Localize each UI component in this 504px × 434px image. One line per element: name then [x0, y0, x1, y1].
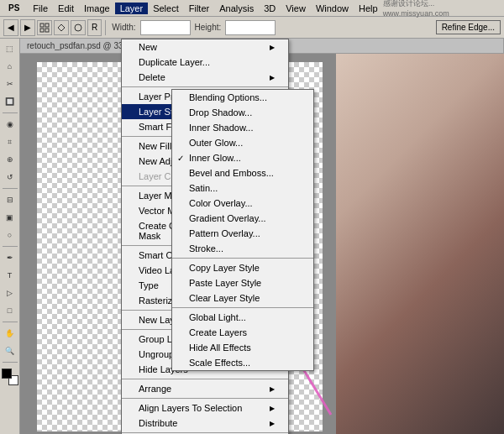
submenu-sep2	[172, 307, 313, 308]
tool-brush[interactable]: ⌗	[2, 133, 18, 150]
menu-file[interactable]: File	[28, 3, 53, 14]
menu-analysis[interactable]: Analysis	[214, 3, 259, 14]
menu-3d[interactable]: 3D	[259, 3, 281, 14]
submenu-stroke[interactable]: Stroke...	[172, 241, 313, 256]
submenu-inner-glow[interactable]: ✓ Inner Glow...	[172, 150, 313, 165]
tool-eyedrop[interactable]: 🔲	[2, 93, 18, 110]
submenu-outer-glow-label: Outer Glow...	[189, 138, 243, 148]
submenu-drop-shadow[interactable]: Drop Shadow...	[172, 105, 313, 120]
menu-item-duplicate[interactable]: Duplicate Layer...	[122, 55, 288, 70]
menu-image[interactable]: Image	[79, 3, 115, 14]
toolbar-icon1	[37, 20, 52, 35]
menu-item-distribute-label: Distribute	[139, 418, 177, 428]
toolbar-back-btn[interactable]: ◀	[3, 19, 18, 36]
submenu-inner-shadow[interactable]: Inner Shadow...	[172, 120, 313, 135]
toolbar-r-btn[interactable]: R	[87, 19, 102, 36]
menu-item-arrange[interactable]: Arrange	[122, 381, 288, 396]
submenu-sep1	[172, 258, 313, 259]
inner-glow-check: ✓	[177, 154, 184, 163]
submenu-global-light[interactable]: Global Light...	[172, 310, 313, 325]
menu-item-align-label: Align Layers To Selection	[139, 403, 242, 413]
tool-path[interactable]: ▷	[2, 285, 18, 301]
menu-sep9	[122, 432, 288, 433]
submenu-hide-effects[interactable]: Hide All Effects	[172, 340, 313, 355]
app-logo: PS	[3, 3, 24, 13]
menu-view[interactable]: View	[281, 3, 311, 14]
foreground-color[interactable]	[2, 369, 12, 379]
menu-window[interactable]: Window	[311, 3, 354, 14]
tool-sep4	[3, 322, 18, 322]
submenu-clear-style[interactable]: Clear Layer Style	[172, 290, 313, 306]
submenu-outer-glow[interactable]: Outer Glow...	[172, 135, 313, 150]
submenu-copy-style[interactable]: Copy Layer Style	[172, 260, 313, 275]
tool-shape[interactable]: □	[2, 302, 18, 319]
menu-layer[interactable]: Layer	[115, 3, 149, 14]
canvas-area: retouch_psdfan.psd @ 33.3% (Layer 1, RGB…	[20, 39, 504, 434]
tool-history[interactable]: ↺	[2, 169, 18, 186]
main-layout: ⬚ ⌂ ✂ 🔲 ◉ ⌗ ⊕ ↺ ⊟ ▣ ○ ✒ T ▷ □ ✋ 🔍 retouc…	[0, 39, 504, 434]
submenu-scale-effects[interactable]: Scale Effects...	[172, 355, 313, 370]
menu-item-new[interactable]: New	[122, 39, 288, 55]
menu-item-type-label: Type	[139, 280, 159, 290]
menu-bar: PS File Edit Image Layer Select Filter A…	[0, 0, 504, 17]
tool-pen[interactable]: ✒	[2, 249, 18, 266]
tool-marquee[interactable]: ⬚	[2, 40, 18, 57]
tool-hand[interactable]: ✋	[2, 325, 18, 342]
submenu-clear-style-label: Clear Layer Style	[189, 293, 260, 303]
toolbar-icon3	[71, 20, 86, 35]
submenu-blending-label: Blending Options...	[189, 92, 267, 102]
tool-panel: ⬚ ⌂ ✂ 🔲 ◉ ⌗ ⊕ ↺ ⊟ ▣ ○ ✒ T ▷ □ ✋ 🔍	[0, 39, 20, 434]
toolbar: ◀ ▶ R Width: Height: Refine Edge...	[0, 17, 504, 39]
submenu-satin-label: Satin...	[189, 183, 218, 193]
submenu-bevel[interactable]: Bevel and Emboss...	[172, 165, 313, 180]
height-input[interactable]	[225, 20, 276, 35]
toolbar-fwd-btn[interactable]: ▶	[20, 19, 35, 36]
tool-colors[interactable]	[2, 369, 18, 385]
submenu-satin[interactable]: Satin...	[172, 180, 313, 196]
menu-filter[interactable]: Filter	[184, 3, 214, 14]
submenu-create-layers-label: Create Layers	[189, 327, 247, 337]
svg-rect-0	[40, 24, 44, 27]
menu-sep7	[122, 379, 288, 379]
submenu-gradient-overlay[interactable]: Gradient Overlay...	[172, 211, 313, 226]
menu-item-new-label: New	[139, 42, 157, 52]
menu-item-distribute[interactable]: Distribute	[122, 416, 288, 431]
tool-lasso[interactable]: ⌂	[2, 58, 18, 75]
tool-crop[interactable]: ✂	[2, 76, 18, 92]
submenu-stroke-label: Stroke...	[189, 243, 223, 254]
submenu-drop-shadow-label: Drop Shadow...	[189, 107, 252, 118]
menu-select[interactable]: Select	[148, 3, 184, 14]
menu-item-align[interactable]: Align Layers To Selection	[122, 400, 288, 416]
submenu-copy-style-label: Copy Layer Style	[189, 263, 260, 273]
submenu-inner-glow-label: Inner Glow...	[189, 153, 241, 163]
tool-type[interactable]: T	[2, 267, 18, 284]
svg-rect-1	[45, 24, 49, 27]
submenu-pattern-overlay[interactable]: Pattern Overlay...	[172, 226, 313, 241]
width-input[interactable]	[140, 20, 191, 35]
menu-edit[interactable]: Edit	[53, 3, 79, 14]
toolbar-sep1	[105, 20, 106, 35]
submenu-create-layers[interactable]: Create Layers	[172, 325, 313, 340]
refine-edge-button[interactable]: Refine Edge...	[436, 20, 501, 34]
submenu-global-light-label: Global Light...	[189, 312, 246, 322]
tool-eraser[interactable]: ⊟	[2, 191, 18, 208]
girl-figure	[336, 54, 504, 434]
tool-clone[interactable]: ⊕	[2, 151, 18, 168]
svg-rect-3	[45, 29, 49, 32]
tool-spot-heal[interactable]: ◉	[2, 116, 18, 133]
menu-item-duplicate-label: Duplicate Layer...	[139, 57, 210, 67]
svg-rect-2	[40, 29, 44, 32]
toolbar-icon2	[54, 20, 69, 35]
submenu-pattern-overlay-label: Pattern Overlay...	[189, 228, 260, 238]
menu-sep1	[122, 86, 288, 87]
tool-dodge[interactable]: ○	[2, 227, 18, 243]
menu-item-arrange-label: Arrange	[139, 384, 171, 394]
menu-help[interactable]: Help	[354, 3, 383, 14]
width-label: Width:	[109, 23, 138, 32]
tool-gradient[interactable]: ▣	[2, 209, 18, 226]
submenu-color-overlay[interactable]: Color Overlay...	[172, 196, 313, 211]
menu-item-delete[interactable]: Delete	[122, 70, 288, 85]
submenu-paste-style[interactable]: Paste Layer Style	[172, 275, 313, 290]
tool-zoom[interactable]: 🔍	[2, 342, 18, 359]
submenu-blending[interactable]: Blending Options...	[172, 90, 313, 105]
